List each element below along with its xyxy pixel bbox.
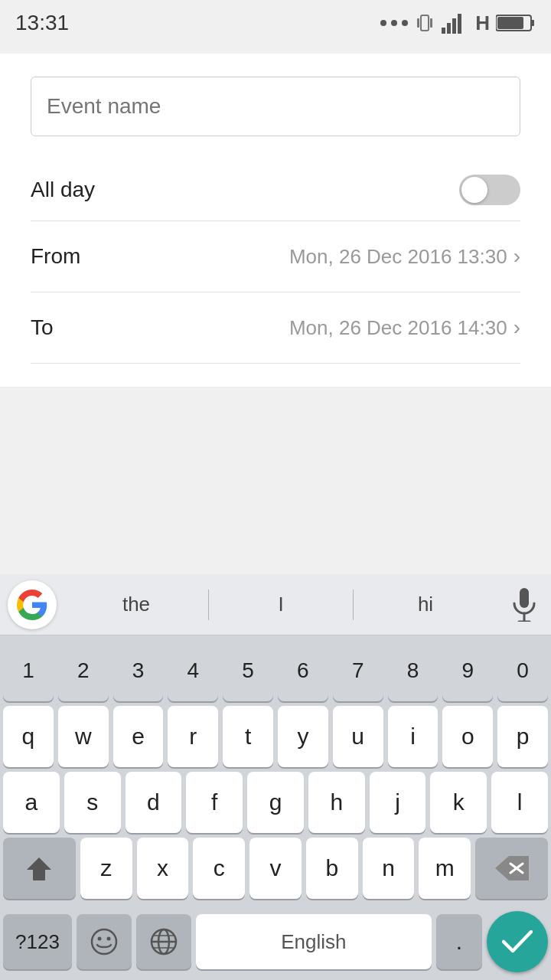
mic-icon (511, 588, 537, 622)
key-s[interactable]: s (64, 772, 121, 833)
svg-rect-13 (520, 588, 529, 608)
svg-point-2 (402, 20, 408, 26)
number-row: 1 2 3 4 5 6 7 8 9 0 (3, 640, 548, 701)
key-j[interactable]: j (370, 772, 426, 833)
enter-key[interactable] (487, 911, 548, 972)
from-row[interactable]: From Mon, 26 Dec 2016 13:30 › (31, 221, 520, 292)
svg-rect-12 (497, 17, 523, 29)
key-rows: 1 2 3 4 5 6 7 8 9 0 q w e r t y u i o p … (0, 635, 551, 908)
network-type: H (475, 11, 490, 35)
svg-point-20 (92, 929, 116, 954)
key-w[interactable]: w (58, 706, 109, 767)
svg-rect-17 (33, 877, 45, 880)
asdf-row: a s d f g h j k l (3, 772, 548, 833)
key-7[interactable]: 7 (333, 640, 383, 701)
event-name-input[interactable] (31, 77, 520, 136)
key-z[interactable]: z (80, 838, 132, 899)
suggestion-1[interactable]: the (64, 593, 208, 616)
key-n[interactable]: n (363, 838, 415, 899)
google-button[interactable] (8, 580, 57, 629)
to-label: To (31, 315, 54, 340)
toggle-knob (461, 177, 487, 203)
suggestion-2[interactable]: I (209, 593, 353, 616)
from-value-container: Mon, 26 Dec 2016 13:30 › (289, 244, 520, 269)
from-value: Mon, 26 Dec 2016 13:30 (289, 245, 507, 269)
backspace-key[interactable] (475, 838, 548, 899)
backspace-icon (495, 856, 529, 880)
key-y[interactable]: y (278, 706, 328, 767)
dots-icon (380, 15, 408, 31)
key-x[interactable]: x (137, 838, 189, 899)
key-2[interactable]: 2 (58, 640, 109, 701)
svg-rect-4 (417, 18, 419, 28)
suggestion-bar: the I hi (0, 574, 551, 635)
svg-rect-6 (442, 28, 445, 34)
key-3[interactable]: 3 (113, 640, 164, 701)
key-g[interactable]: g (247, 772, 304, 833)
key-i[interactable]: i (388, 706, 439, 767)
battery-icon (496, 13, 536, 33)
emoji-key[interactable] (77, 914, 132, 969)
all-day-row: All day (31, 159, 520, 221)
key-6[interactable]: 6 (278, 640, 328, 701)
svg-marker-16 (27, 858, 51, 879)
svg-rect-9 (458, 14, 461, 34)
globe-icon (150, 928, 178, 956)
key-u[interactable]: u (333, 706, 383, 767)
key-4[interactable]: 4 (168, 640, 218, 701)
all-day-label: All day (31, 178, 95, 202)
qwerty-row: q w e r t y u i o p (3, 706, 548, 767)
key-p[interactable]: p (497, 706, 548, 767)
status-time: 13:31 (15, 11, 69, 35)
gap-area (0, 387, 551, 448)
key-c[interactable]: c (193, 838, 245, 899)
app-content: All day From Mon, 26 Dec 2016 13:30 › To… (0, 54, 551, 387)
key-f[interactable]: f (186, 772, 243, 833)
signal-icon (442, 12, 469, 34)
svg-rect-3 (421, 15, 429, 31)
svg-rect-7 (447, 23, 451, 34)
svg-point-21 (97, 937, 101, 941)
key-0[interactable]: 0 (497, 640, 548, 701)
vibrate-icon (414, 12, 435, 34)
key-5[interactable]: 5 (223, 640, 273, 701)
key-b[interactable]: b (306, 838, 358, 899)
key-1[interactable]: 1 (3, 640, 54, 701)
key-8[interactable]: 8 (388, 640, 439, 701)
zxcv-row: z x c v b n m (3, 838, 548, 899)
key-a[interactable]: a (3, 772, 60, 833)
num-key[interactable]: ?123 (3, 914, 72, 969)
to-row[interactable]: To Mon, 26 Dec 2016 14:30 › (31, 292, 520, 364)
space-key[interactable]: English (196, 914, 432, 969)
shift-key[interactable] (3, 838, 76, 899)
key-e[interactable]: e (113, 706, 164, 767)
key-o[interactable]: o (442, 706, 493, 767)
key-t[interactable]: t (223, 706, 273, 767)
key-q[interactable]: q (3, 706, 54, 767)
svg-rect-5 (430, 18, 432, 28)
to-value: Mon, 26 Dec 2016 14:30 (289, 316, 507, 340)
check-icon (502, 930, 533, 953)
google-logo (17, 590, 47, 620)
from-label: From (31, 244, 80, 269)
svg-rect-11 (531, 20, 534, 26)
all-day-toggle[interactable] (459, 175, 520, 205)
status-bar: 13:31 H (0, 0, 551, 46)
mic-button[interactable] (505, 586, 543, 624)
key-h[interactable]: h (308, 772, 365, 833)
key-d[interactable]: d (126, 772, 182, 833)
globe-key[interactable] (136, 914, 191, 969)
key-r[interactable]: r (168, 706, 218, 767)
status-icons: H (380, 11, 536, 35)
bottom-row: ?123 English . (0, 908, 551, 980)
suggestion-3[interactable]: hi (354, 593, 497, 616)
key-9[interactable]: 9 (442, 640, 493, 701)
keyboard: the I hi 1 2 3 4 5 6 7 8 9 (0, 574, 551, 980)
svg-point-1 (391, 20, 397, 26)
key-l[interactable]: l (491, 772, 548, 833)
key-k[interactable]: k (430, 772, 487, 833)
period-key[interactable]: . (436, 914, 482, 969)
emoji-icon (90, 928, 118, 956)
key-m[interactable]: m (419, 838, 471, 899)
key-v[interactable]: v (249, 838, 302, 899)
